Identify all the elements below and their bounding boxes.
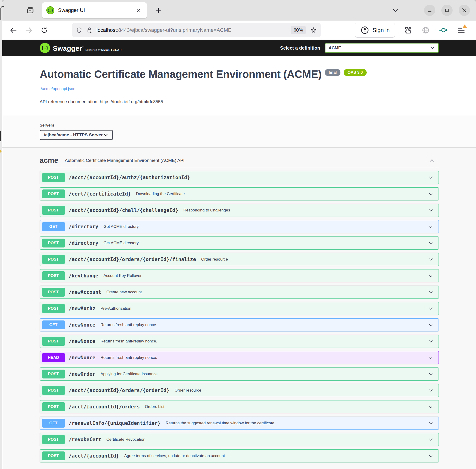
url-path: :8443/ejbca/swagger-ui?urls.primaryName=… — [117, 27, 232, 33]
endpoint-row[interactable]: POST /newNonce Returns fresh anti-replay… — [40, 335, 439, 348]
method-badge: POST — [42, 206, 65, 215]
bookmark-star-icon[interactable] — [310, 27, 317, 34]
method-badge: GET — [42, 222, 65, 231]
extensions-puzzle-icon[interactable] — [403, 25, 413, 35]
chevron-down-icon[interactable] — [428, 256, 434, 262]
browser-tab[interactable]: {…} Swagger UI — [42, 2, 147, 18]
maximize-button[interactable] — [441, 5, 453, 16]
servers-section: Servers /ejbca/acme - HTTPS Server — [2, 115, 476, 148]
swagger-logo: {…} Swagger™ Supported by SMARTBEAR — [40, 43, 122, 53]
endpoint-row[interactable]: POST /directory Get ACME directory — [40, 237, 439, 250]
chevron-down-icon[interactable] — [428, 453, 434, 459]
method-badge: POST — [42, 190, 65, 198]
servers-select[interactable]: /ejbca/acme - HTTPS Server — [40, 130, 113, 140]
oas-version-badge: OAS 3.0 — [344, 69, 366, 76]
tag-header[interactable]: acme Automatic Certificate Management En… — [40, 154, 439, 167]
chevron-down-icon[interactable] — [428, 306, 434, 312]
firefox-view-icon[interactable] — [25, 5, 35, 15]
select-definition-label: Select a definition — [280, 45, 320, 51]
chevron-down-icon[interactable] — [428, 420, 434, 426]
endpoint-row[interactable]: HEAD /newNonce Returns fresh anti-replay… — [40, 351, 439, 364]
openapi-spec-link[interactable]: ./acme/openapi.json — [40, 87, 439, 91]
chevron-down-icon[interactable] — [428, 240, 434, 246]
proxy-connection-icon[interactable] — [439, 25, 448, 35]
method-badge: POST — [42, 255, 65, 264]
endpoint-row[interactable]: GET /renewalInfo/{uniqueIdentifier} Retu… — [40, 417, 439, 430]
endpoint-row[interactable]: GET /directory Get ACME directory — [40, 220, 439, 233]
endpoint-summary: Get ACME directory — [103, 224, 139, 229]
lock-warning-icon[interactable] — [86, 27, 93, 33]
chevron-down-icon[interactable] — [428, 322, 434, 328]
endpoint-path: /acct/{accountId} — [69, 453, 119, 459]
endpoint-summary: Downloading the Certificate — [136, 192, 185, 196]
chevron-down-icon[interactable] — [428, 404, 434, 410]
tag-description: Automatic Certificate Management Environ… — [65, 158, 185, 163]
shield-icon[interactable] — [76, 27, 83, 33]
chevron-down-icon[interactable] — [428, 224, 434, 230]
swagger-brand: Swagger™ — [53, 45, 85, 52]
endpoint-summary: Orders List — [145, 404, 164, 409]
endpoint-row[interactable]: POST /acct/{accountId}/orders/{orderId}/… — [40, 253, 439, 266]
endpoint-summary: Returns fresh anti-replay nonce. — [101, 355, 157, 360]
endpoint-row[interactable]: POST /acct/{accountId}/authz/{authorizat… — [40, 171, 439, 184]
method-badge: POST — [42, 370, 65, 378]
menu-warning-badge — [462, 24, 467, 28]
endpoint-row[interactable]: POST /acct/{accountId}/chall/{challengeI… — [40, 204, 439, 217]
address-bar[interactable]: localhost:8443/ejbca/swagger-ui?urls.pri… — [72, 23, 321, 37]
api-info-section: Automatic Certificate Management Environ… — [2, 56, 476, 115]
chevron-down-icon[interactable] — [428, 175, 434, 180]
endpoint-row[interactable]: POST /newAuthz Pre-Authorization — [40, 302, 439, 315]
screen: {…} Swagger UI — [0, 0, 476, 469]
list-all-tabs-icon[interactable] — [392, 7, 399, 14]
chevron-down-icon[interactable] — [428, 191, 434, 197]
swagger-brand-sub: Supported by SMARTBEAR — [85, 49, 122, 51]
menu-hamburger-icon[interactable] — [456, 25, 466, 35]
chevron-down-icon — [103, 132, 109, 138]
chevron-down-icon[interactable] — [428, 338, 434, 344]
chevron-up-icon[interactable] — [428, 157, 436, 164]
chevron-down-icon[interactable] — [428, 273, 434, 279]
method-badge: POST — [42, 288, 65, 297]
endpoint-summary: Order resource — [174, 388, 201, 393]
endpoint-row[interactable]: POST /revokeCert Certificate Revocation — [40, 433, 439, 446]
endpoint-row[interactable]: POST /keyChange Account Key Rollover — [40, 269, 439, 282]
forward-button[interactable] — [24, 26, 33, 35]
endpoint-path: /keyChange — [69, 273, 98, 279]
endpoint-row[interactable]: POST /newOrder Applying for Certificate … — [40, 368, 439, 381]
method-badge: POST — [42, 337, 65, 346]
endpoint-path: /acct/{accountId}/orders/{orderId} — [69, 388, 170, 393]
reload-button[interactable] — [40, 26, 49, 35]
chevron-down-icon[interactable] — [428, 437, 434, 443]
new-tab-button[interactable] — [153, 5, 164, 16]
endpoint-summary: Certificate Revocation — [106, 437, 145, 442]
endpoint-row[interactable]: POST /acct/{accountId}/orders/{orderId} … — [40, 384, 439, 397]
chevron-down-icon — [430, 45, 435, 50]
endpoint-path: /newAccount — [69, 289, 101, 295]
endpoint-summary: Returns the suggested renewal time windo… — [166, 421, 275, 425]
globe-icon[interactable] — [421, 25, 431, 35]
sign-in-button[interactable]: Sign in — [355, 23, 395, 38]
final-badge: final — [325, 69, 340, 76]
chevron-down-icon[interactable] — [428, 355, 434, 361]
chevron-down-icon[interactable] — [428, 387, 434, 393]
tab-close-icon[interactable] — [135, 6, 143, 14]
swagger-logo-icon: {…} — [40, 43, 50, 53]
endpoint-row[interactable]: POST /newAccount Create new account — [40, 286, 439, 299]
chevron-down-icon[interactable] — [428, 289, 434, 295]
endpoint-row[interactable]: POST /cert/{certificateId} Downloading t… — [40, 187, 439, 200]
endpoint-row[interactable]: GET /newNonce Returns fresh anti-replay … — [40, 318, 439, 331]
endpoint-row[interactable]: POST /acct/{accountId}/orders Orders Lis… — [40, 400, 439, 413]
definition-select[interactable]: ACME — [325, 43, 439, 53]
back-button[interactable] — [9, 26, 18, 35]
method-badge: POST — [42, 173, 65, 182]
zoom-level-badge[interactable]: 60% — [291, 26, 306, 34]
background-window-mark — [0, 131, 1, 141]
endpoint-path: /newNonce — [69, 355, 96, 360]
close-window-button[interactable] — [459, 5, 470, 16]
chevron-down-icon[interactable] — [428, 207, 434, 213]
minimize-button[interactable] — [424, 5, 435, 16]
tab-title: Swagger UI — [58, 7, 135, 13]
endpoint-path: /newAuthz — [69, 306, 96, 311]
endpoint-row[interactable]: POST /acct/{accountId} Agree terms of se… — [40, 449, 439, 462]
chevron-down-icon[interactable] — [428, 371, 434, 377]
